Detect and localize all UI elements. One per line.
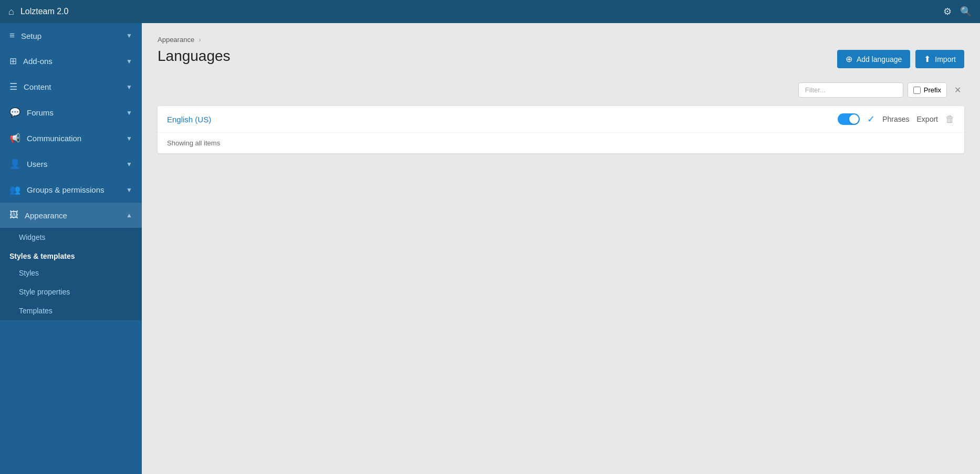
chevron-down-icon: ▼ [126,83,132,91]
breadcrumb-separator: › [199,36,201,44]
users-icon: 👤 [9,159,20,170]
sidebar-item-forums-label: Forums [27,108,54,117]
widgets-label: Widgets [19,233,46,241]
breadcrumb-parent[interactable]: Appearance [158,36,194,44]
layout: ≡ Setup ▼ ⊞ Add-ons ▼ ☰ Content ▼ 💬 Foru… [0,23,980,474]
sidebar-item-communication-label: Communication [27,134,81,143]
content-icon: ☰ [9,81,17,92]
setup-icon: ≡ [9,30,15,41]
import-button[interactable]: ⬆ Import [915,50,964,68]
forums-icon: 💬 [9,107,20,118]
prefix-label: Prefix [924,86,941,94]
page-actions: ⊕ Add language ⬆ Import [837,50,964,68]
main-inner: Appearance › Languages ⊕ Add language ⬆ … [142,23,980,166]
languages-list: English (US) ✓ Phrases Export 🗑 Showin [158,106,964,153]
filter-input-wrap [798,82,903,98]
sidebar-item-appearance-label: Appearance [25,211,67,220]
chevron-up-icon: ▲ [126,212,132,219]
add-language-label: Add language [857,55,902,64]
sidebar: ≡ Setup ▼ ⊞ Add-ons ▼ ☰ Content ▼ 💬 Foru… [0,23,142,474]
sidebar-item-communication[interactable]: 📢 Communication ▼ [0,125,142,151]
chevron-down-icon: ▼ [126,32,132,39]
language-name[interactable]: English (US) [167,115,831,124]
groups-icon: 👥 [9,184,20,195]
chevron-down-icon: ▼ [126,135,132,142]
page-title: Languages [158,48,231,65]
home-icon[interactable]: ⌂ [8,6,14,17]
add-language-button[interactable]: ⊕ Add language [837,50,910,68]
sidebar-sub-style-properties[interactable]: Style properties [0,282,142,301]
check-circle-icon[interactable]: ✓ [867,113,875,125]
main-content: Appearance › Languages ⊕ Add language ⬆ … [142,23,980,474]
style-properties-label: Style properties [19,288,70,296]
prefix-checkbox-wrap[interactable]: Prefix [908,82,947,98]
phrases-link[interactable]: Phrases [882,115,909,123]
topbar-right: ⚙ 🔍 [943,6,972,17]
app-title: Lolzteam 2.0 [20,7,69,16]
sidebar-item-setup-label: Setup [21,31,41,40]
sidebar-item-forums[interactable]: 💬 Forums ▼ [0,100,142,125]
appearance-submenu: Widgets Styles & templates Styles Style … [0,228,142,320]
topbar-left: ⌂ Lolzteam 2.0 [8,6,68,17]
import-label: Import [935,55,956,64]
communication-icon: 📢 [9,133,20,144]
settings-icon[interactable]: ⚙ [943,6,952,17]
sidebar-sub-styles-templates-header[interactable]: Styles & templates [0,247,142,264]
sidebar-item-users[interactable]: 👤 Users ▼ [0,151,142,177]
sidebar-item-content[interactable]: ☰ Content ▼ [0,74,142,100]
sidebar-item-addons[interactable]: ⊞ Add-ons ▼ [0,48,142,74]
chevron-down-icon: ▼ [126,186,132,194]
sidebar-item-users-label: Users [27,160,47,168]
breadcrumb: Appearance › [158,36,964,44]
toggle-knob [849,114,859,124]
filter-bar: Prefix ✕ [158,82,964,98]
chevron-down-icon: ▼ [126,161,132,168]
list-showing-text: Showing all items [158,133,964,153]
sidebar-item-setup[interactable]: ≡ Setup ▼ [0,23,142,48]
filter-clear-button[interactable]: ✕ [951,84,964,96]
sidebar-sub-styles[interactable]: Styles [0,264,142,282]
chevron-down-icon: ▼ [126,58,132,65]
styles-label: Styles [19,269,39,277]
filter-input[interactable] [798,82,903,98]
table-row: English (US) ✓ Phrases Export 🗑 [158,106,964,133]
sidebar-item-groups-label: Groups & permissions [27,185,105,194]
addons-icon: ⊞ [9,56,17,67]
delete-icon[interactable]: 🗑 [945,114,955,125]
plus-icon: ⊕ [846,54,852,64]
appearance-icon: 🖼 [9,210,18,220]
sidebar-item-content-label: Content [24,82,51,91]
prefix-checkbox[interactable] [913,87,921,94]
toggle-switch[interactable] [838,113,860,125]
sidebar-item-addons-label: Add-ons [23,57,53,66]
language-toggle[interactable] [838,113,860,125]
export-link[interactable]: Export [917,115,938,123]
row-actions: ✓ Phrases Export 🗑 [838,113,955,125]
chevron-down-icon: ▼ [126,109,132,117]
sidebar-sub-templates[interactable]: Templates [0,301,142,320]
styles-templates-label: Styles & templates [9,252,75,260]
templates-label: Templates [19,307,53,315]
sidebar-item-appearance[interactable]: 🖼 Appearance ▲ [0,203,142,228]
topbar: ⌂ Lolzteam 2.0 ⚙ 🔍 [0,0,980,23]
sidebar-sub-widgets[interactable]: Widgets [0,228,142,247]
import-icon: ⬆ [924,54,931,64]
search-icon[interactable]: 🔍 [960,6,972,17]
sidebar-item-groups[interactable]: 👥 Groups & permissions ▼ [0,177,142,203]
